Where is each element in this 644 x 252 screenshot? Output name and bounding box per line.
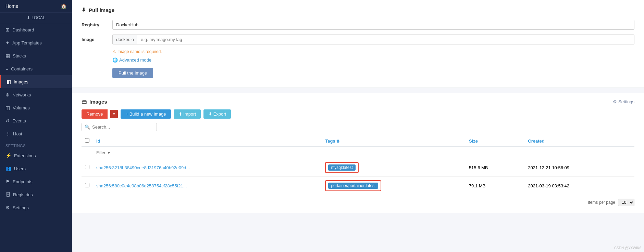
sidebar: Home 🏠 ⬇ LOCAL ⊞ Dashboard ✦ App Templat… [0,0,72,252]
networks-icon: ⊕ [5,92,10,97]
image-row: Image docker.io [82,35,634,44]
env-label: LOCAL [32,15,45,20]
dashboard-icon: ⊞ [5,27,10,32]
sidebar-item-label: Volumes [13,105,30,110]
images-title-icon: 🗃 [82,99,87,105]
settings-icon: ⚙ [5,205,10,210]
sidebar-item-app-templates[interactable]: ✦ App Templates [0,36,72,49]
row-checkbox-2[interactable] [85,183,89,187]
globe-icon: 🌐 [112,57,118,63]
import-button[interactable]: ⬆ Import [174,109,201,119]
stacks-icon: ▦ [5,53,10,58]
export-button[interactable]: ⬇ Export [203,109,231,119]
sidebar-item-label: Registries [13,192,33,197]
sidebar-item-label: Stacks [13,53,26,58]
advanced-mode-link[interactable]: 🌐 Advanced mode [112,57,634,63]
pull-image-button[interactable]: Pull the Image [112,68,153,78]
users-icon: 👥 [5,166,11,171]
images-table: Id Tags ⇅ Size Created [82,135,634,195]
search-wrap: 🔍 [82,123,157,131]
home-label: Home [5,3,18,9]
tag-badge-2: portainer/portainer:latest [328,183,378,189]
remove-button[interactable]: Remove [82,109,108,119]
image-size-1: 515.6 MB [466,159,524,177]
sidebar-item-label: App Templates [12,40,42,45]
tags-highlight-cell-1: mysql:latest [325,162,358,173]
pull-icon: ⬇ [82,7,86,13]
tags-sort-icon: ⇅ [336,139,339,143]
filter-row: Filter ▼ [93,147,322,159]
search-icon: 🔍 [85,124,90,130]
col-size-header[interactable]: Size [466,135,524,147]
containers-icon: ≡ [5,66,8,71]
sidebar-item-settings[interactable]: ⚙ Settings [0,201,72,214]
image-prefix: docker.io [112,35,137,44]
sidebar-item-dashboard[interactable]: ⊞ Dashboard [0,23,72,36]
build-image-button[interactable]: + Build a new Image [121,109,171,119]
filter-icon: ▼ [107,150,111,155]
search-input[interactable] [92,124,154,130]
extensions-icon: ⚡ [5,153,11,158]
sidebar-item-extensions[interactable]: ⚡ Extensions [0,149,72,162]
images-section-title: 🗃 Images [82,99,107,105]
sidebar-item-label: Users [14,166,26,171]
select-all-checkbox[interactable] [85,138,89,143]
col-checkbox [82,135,93,147]
sidebar-item-label: Containers [11,66,33,71]
sidebar-item-stacks[interactable]: ▦ Stacks [0,49,72,62]
sidebar-item-label: Host [13,131,22,136]
sidebar-item-label: Events [12,118,26,123]
sidebar-item-label: Images [14,79,28,84]
image-created-1: 2021-12-21 10:56:09 [524,159,634,177]
images-settings-link[interactable]: ⚙ Settings [613,99,634,104]
items-per-page-select[interactable]: 10 25 50 [618,199,634,206]
images-list-section: 🗃 Images ⚙ Settings Remove ▾ + Build a n… [72,93,644,213]
remove-caret-button[interactable]: ▾ [110,110,118,118]
sidebar-item-registries[interactable]: 🗄 Registries [0,188,72,201]
tag-badge-1: mysql:latest [328,164,355,171]
sidebar-item-containers[interactable]: ≡ Containers [0,62,72,75]
col-tags-header[interactable]: Tags ⇅ [322,135,466,147]
tags-highlight-cell-2: portainer/portainer:latest [325,180,381,191]
table-row: sha256:580c0e4e98b06d258754cf28c55f21...… [82,177,634,195]
pull-image-section: ⬇ Pull image Registry DockerHub Image do… [72,0,644,88]
sidebar-env: ⬇ LOCAL [0,13,72,23]
image-warning: ⚠ Image name is required. [112,49,634,54]
host-icon: ⋮ [5,131,10,136]
image-input[interactable] [137,35,634,44]
sidebar-item-events[interactable]: ↺ Events [0,114,72,127]
row-checkbox-1[interactable] [85,165,89,169]
image-size-2: 79.1 MB [466,177,524,195]
warning-icon: ⚠ [112,49,116,54]
image-id-link-2[interactable]: sha256:580c0e4e98b06d258754cf28c55f21... [96,183,187,188]
registry-select[interactable]: DockerHub [112,20,634,30]
watermark: CSDN @YXWIK6 [614,246,641,250]
sidebar-item-label: Endpoints [13,179,33,184]
sidebar-home[interactable]: Home 🏠 [0,0,72,13]
sidebar-item-users[interactable]: 👥 Users [0,162,72,175]
sidebar-item-endpoints[interactable]: ⚑ Endpoints [0,175,72,188]
registries-icon: 🗄 [5,192,10,197]
filter-label: Filter [96,150,106,155]
table-row: sha256:3218b38490cee8d31976a40b92e09d...… [82,159,634,177]
sidebar-item-host[interactable]: ⋮ Host [0,127,72,140]
image-label: Image [82,37,112,42]
col-created-header[interactable]: Created [524,135,634,147]
sidebar-item-label: Dashboard [12,27,34,32]
images-section-header: 🗃 Images ⚙ Settings [82,99,634,105]
pull-image-title: ⬇ Pull image [82,7,634,13]
app-templates-icon: ✦ [5,40,10,45]
sidebar-item-volumes[interactable]: ◫ Volumes [0,101,72,114]
col-id-header[interactable]: Id [93,135,322,147]
sidebar-item-images[interactable]: ◧ Images [0,75,72,88]
registry-select-wrap: DockerHub [112,20,634,30]
endpoints-icon: ⚑ [5,179,10,184]
settings-section-label: SETTINGS [0,140,72,149]
images-toolbar: Remove ▾ + Build a new Image ⬆ Import ⬇ … [82,109,634,119]
image-id-link-1[interactable]: sha256:3218b38490cee8d31976a40b92e09d... [96,165,190,170]
home-icon: 🏠 [61,3,66,9]
sidebar-item-label: Extensions [14,153,36,158]
sidebar-item-networks[interactable]: ⊕ Networks [0,88,72,101]
items-per-page-label: Items per page [588,200,615,205]
main-content: ⬇ Pull image Registry DockerHub Image do… [72,0,644,252]
